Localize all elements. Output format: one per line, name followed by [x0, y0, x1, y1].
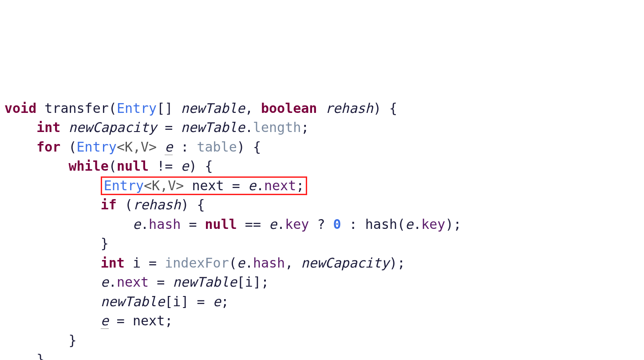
semi: ;: [301, 120, 309, 135]
dot: .: [413, 216, 421, 232]
kw-null: null: [117, 158, 149, 174]
dot: .: [141, 216, 149, 232]
close: );: [445, 216, 461, 232]
eq: =: [181, 216, 205, 232]
comma: ,: [245, 100, 261, 116]
eq: =: [157, 120, 181, 135]
brace-close: }: [101, 236, 109, 251]
dot: .: [277, 216, 285, 232]
param-rehash: rehash: [133, 197, 181, 212]
var-e: e: [165, 139, 173, 155]
dot: .: [245, 120, 253, 135]
semi: ;: [221, 294, 229, 309]
field-hash: hash: [253, 255, 285, 271]
tern-q: ?: [309, 216, 333, 232]
line-6: if (rehash) {: [4, 197, 205, 212]
line-5: Entry<K,V> next = e.next;: [4, 178, 307, 193]
var-i: i =: [125, 255, 165, 271]
field-hash: hash: [149, 216, 181, 232]
dot: .: [109, 274, 117, 290]
fn-name: transfer: [44, 100, 109, 116]
highlight-box: Entry<K,V> next = e.next;: [101, 176, 308, 195]
var-e: e: [133, 216, 141, 232]
line-2: int newCapacity = newTable.length;: [4, 120, 309, 135]
var-e: e: [101, 274, 109, 290]
kw-if: if: [101, 197, 117, 212]
type-entry: Entry: [77, 139, 117, 155]
open: (: [109, 158, 117, 174]
open: (: [117, 197, 133, 212]
var-newCapacity: newCapacity: [69, 120, 157, 135]
var-table: table: [197, 139, 237, 155]
line-8: }: [4, 236, 109, 251]
field-key: key: [285, 216, 309, 232]
brace-close: }: [69, 332, 77, 348]
line-7: e.hash = null == e.key ? 0 : hash(e.key)…: [4, 216, 462, 232]
type-entry: Entry: [117, 100, 157, 116]
type-entry: Entry: [104, 178, 144, 193]
open: (: [397, 216, 405, 232]
line-4: while(null != e) {: [4, 158, 213, 174]
brace-close: }: [36, 352, 44, 360]
kw-null: null: [205, 216, 237, 232]
var-e: e: [101, 313, 109, 329]
comma: ,: [285, 255, 301, 271]
field-key: key: [421, 216, 445, 232]
semi: ;: [165, 313, 173, 328]
index-eq: [i] =: [165, 294, 213, 309]
code-block: void transfer(Entry[] newTable, boolean …: [0, 77, 644, 360]
kw-boolean: boolean: [261, 100, 317, 116]
brace-open: ) {: [181, 197, 205, 212]
var-e: e: [269, 216, 277, 232]
line-14: }: [4, 352, 44, 360]
fn-hash: hash: [365, 216, 397, 232]
var-e: e: [181, 158, 189, 174]
colon: :: [173, 139, 197, 155]
brace-open: ) {: [189, 158, 213, 174]
obj-newTable: newTable: [181, 120, 245, 135]
eqeq: ==: [237, 216, 269, 232]
eq: =: [149, 274, 173, 290]
line-11: newTable[i] = e;: [4, 294, 229, 309]
param-newTable: newTable: [181, 100, 245, 116]
field-next: next: [117, 274, 149, 290]
var-e: e: [213, 294, 221, 309]
line-3: for (Entry<K,V> e : table) {: [4, 139, 261, 155]
var-next: next: [133, 313, 165, 328]
brace-open: ) {: [237, 139, 261, 155]
brace-open: ) {: [373, 100, 397, 116]
open: (: [229, 255, 237, 271]
field-next: next: [264, 178, 296, 193]
kw-for: for: [36, 139, 60, 155]
var-e: e: [237, 255, 245, 271]
var-newTable: newTable: [173, 274, 237, 290]
line-9: int i = indexFor(e.hash, newCapacity);: [4, 255, 405, 271]
dot: .: [256, 178, 264, 193]
kw-int: int: [36, 120, 60, 135]
field-length: length: [253, 120, 301, 135]
neq: !=: [149, 158, 181, 174]
var-e: e: [248, 178, 256, 193]
close: );: [389, 255, 405, 271]
var-newCapacity: newCapacity: [301, 255, 389, 271]
tern-colon: :: [341, 216, 365, 232]
index: [i];: [237, 274, 269, 290]
dot: .: [245, 255, 253, 271]
type-vars: <K,V>: [144, 178, 184, 193]
space: [157, 139, 165, 155]
brackets: []: [157, 100, 173, 116]
kw-void: void: [4, 100, 36, 116]
literal-zero: 0: [333, 216, 341, 232]
open: (: [60, 139, 76, 155]
line-10: e.next = newTable[i];: [4, 274, 269, 290]
next-eq: next =: [184, 178, 248, 193]
kw-int: int: [101, 255, 125, 271]
param-rehash: rehash: [325, 100, 373, 116]
var-newTable: newTable: [101, 294, 165, 309]
kw-while: while: [69, 158, 109, 174]
var-e: e: [405, 216, 413, 232]
line-13: }: [4, 332, 77, 348]
eq: =: [109, 313, 133, 328]
line-1: void transfer(Entry[] newTable, boolean …: [4, 100, 397, 116]
line-12: e = next;: [4, 313, 173, 329]
